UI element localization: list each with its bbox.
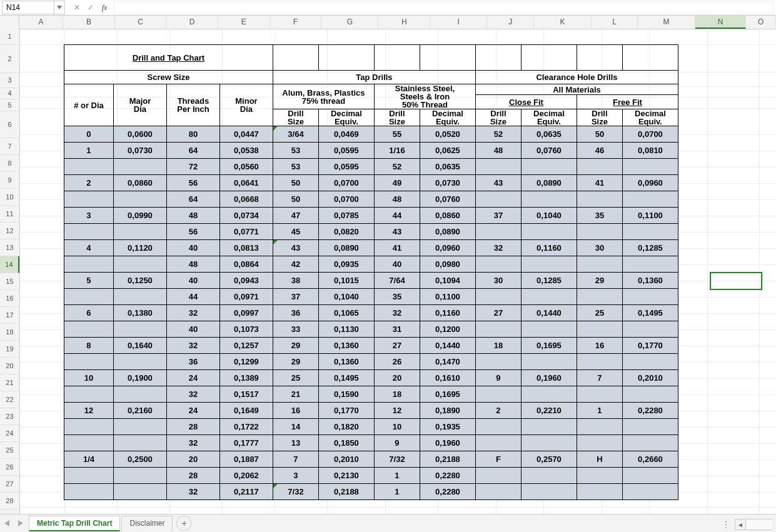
data-cell[interactable]: 48 xyxy=(475,143,521,159)
data-cell[interactable]: 0,0960 xyxy=(420,240,475,256)
data-cell[interactable] xyxy=(622,224,678,240)
data-cell[interactable]: 0,0641 xyxy=(219,175,273,191)
data-cell[interactable]: 0,1380 xyxy=(113,305,166,321)
data-cell[interactable]: 18 xyxy=(475,338,521,354)
data-cell[interactable]: 0,0980 xyxy=(420,256,475,273)
data-cell[interactable]: 0,1040 xyxy=(521,208,577,224)
column-header-H[interactable]: H xyxy=(378,16,430,29)
data-cell[interactable]: 36 xyxy=(273,305,318,321)
data-cell[interactable]: 50 xyxy=(577,126,622,143)
data-cell[interactable] xyxy=(64,224,113,240)
data-cell[interactable] xyxy=(577,191,622,208)
data-cell[interactable]: 33 xyxy=(273,321,318,338)
data-cell[interactable] xyxy=(113,256,166,273)
row-header-8[interactable]: 8 xyxy=(0,155,19,172)
data-cell[interactable]: 5 xyxy=(64,273,113,289)
data-cell[interactable]: 56 xyxy=(166,224,219,240)
data-cell[interactable] xyxy=(475,484,521,500)
data-cell[interactable]: 10 xyxy=(64,370,113,386)
data-cell[interactable]: 0,2280 xyxy=(420,468,475,484)
data-cell[interactable]: 0,0810 xyxy=(622,143,678,159)
data-cell[interactable]: 0,0520 xyxy=(420,126,475,143)
row-header-27[interactable]: 27 xyxy=(0,476,19,493)
data-cell[interactable]: 0,0890 xyxy=(521,175,577,191)
data-cell[interactable]: 30 xyxy=(475,273,521,289)
data-cell[interactable]: 32 xyxy=(166,386,219,403)
data-cell[interactable] xyxy=(622,191,678,208)
row-header-18[interactable]: 18 xyxy=(0,324,19,341)
data-cell[interactable]: 13 xyxy=(273,435,318,451)
data-cell[interactable]: 0,0990 xyxy=(113,208,166,224)
data-cell[interactable]: 0,0960 xyxy=(622,175,678,191)
data-cell[interactable]: 37 xyxy=(475,208,521,224)
data-cell[interactable]: 48 xyxy=(166,208,219,224)
data-cell[interactable]: 8 xyxy=(64,338,113,354)
data-cell[interactable]: 48 xyxy=(374,191,420,208)
data-cell[interactable]: 0,0447 xyxy=(219,126,273,143)
row-header-9[interactable]: 9 xyxy=(0,172,19,189)
data-cell[interactable]: 41 xyxy=(577,175,622,191)
data-cell[interactable]: 27 xyxy=(475,305,521,321)
row-header-3[interactable]: 3 xyxy=(0,73,19,88)
data-cell[interactable]: 32 xyxy=(374,305,420,321)
data-cell[interactable]: 32 xyxy=(166,484,219,500)
data-cell[interactable] xyxy=(64,289,113,305)
data-cell[interactable]: 0,1073 xyxy=(219,321,273,338)
row-header-23[interactable]: 23 xyxy=(0,408,19,425)
data-cell[interactable]: 41 xyxy=(374,240,420,256)
data-cell[interactable] xyxy=(577,321,622,338)
data-cell[interactable]: 0,0943 xyxy=(219,273,273,289)
data-cell[interactable]: 40 xyxy=(166,273,219,289)
data-cell[interactable] xyxy=(577,468,622,484)
data-cell[interactable]: 1 xyxy=(374,484,420,500)
data-cell[interactable]: 38 xyxy=(273,273,318,289)
data-cell[interactable] xyxy=(622,289,678,305)
data-cell[interactable]: 29 xyxy=(273,354,318,370)
data-cell[interactable]: 0,1015 xyxy=(318,273,374,289)
data-cell[interactable] xyxy=(622,256,678,273)
data-cell[interactable] xyxy=(475,224,521,240)
data-cell[interactable] xyxy=(521,354,577,370)
data-cell[interactable]: 37 xyxy=(273,289,318,305)
select-all-corner[interactable] xyxy=(0,16,19,29)
cancel-formula-button[interactable]: ✕ xyxy=(70,1,84,14)
horizontal-scrollbar[interactable]: ⋮ ◄ xyxy=(722,519,772,529)
data-cell[interactable] xyxy=(113,159,166,175)
data-cell[interactable]: 0,1065 xyxy=(318,305,374,321)
row-header-13[interactable]: 13 xyxy=(0,239,19,256)
data-cell[interactable]: 53 xyxy=(273,159,318,175)
data-cell[interactable]: 0,1440 xyxy=(420,338,475,354)
data-cell[interactable]: 1/16 xyxy=(374,143,420,159)
data-cell[interactable] xyxy=(577,159,622,175)
row-header-15[interactable]: 15 xyxy=(0,273,19,290)
data-cell[interactable]: 20 xyxy=(166,451,219,468)
row-header-24[interactable]: 24 xyxy=(0,425,19,442)
data-cell[interactable]: 0,1695 xyxy=(420,386,475,403)
row-header-21[interactable]: 21 xyxy=(0,374,19,391)
data-cell[interactable]: 6 xyxy=(64,305,113,321)
row-header-20[interactable]: 20 xyxy=(0,358,19,374)
data-cell[interactable] xyxy=(113,289,166,305)
data-cell[interactable]: 0,2188 xyxy=(318,484,374,500)
data-cell[interactable]: 44 xyxy=(374,208,420,224)
data-cell[interactable]: 0,0635 xyxy=(420,159,475,175)
data-cell[interactable]: 24 xyxy=(166,370,219,386)
data-cell[interactable]: 0,0700 xyxy=(318,175,374,191)
data-cell[interactable]: 43 xyxy=(475,175,521,191)
data-cell[interactable]: 0,1250 xyxy=(113,273,166,289)
data-cell[interactable]: 12 xyxy=(374,403,420,419)
data-cell[interactable] xyxy=(622,386,678,403)
column-header-J[interactable]: J xyxy=(487,16,534,29)
data-cell[interactable]: 0,2117 xyxy=(219,484,273,500)
scroll-track[interactable] xyxy=(746,519,772,530)
scroll-left-button[interactable]: ◄ xyxy=(735,519,746,530)
data-cell[interactable] xyxy=(64,435,113,451)
data-cell[interactable]: 32 xyxy=(166,338,219,354)
data-cell[interactable] xyxy=(521,468,577,484)
data-cell[interactable]: 0,0785 xyxy=(318,208,374,224)
data-cell[interactable] xyxy=(64,468,113,484)
row-header-12[interactable]: 12 xyxy=(0,223,19,239)
data-cell[interactable] xyxy=(622,419,678,435)
row-header-6[interactable]: 6 xyxy=(0,111,19,138)
data-cell[interactable] xyxy=(113,354,166,370)
